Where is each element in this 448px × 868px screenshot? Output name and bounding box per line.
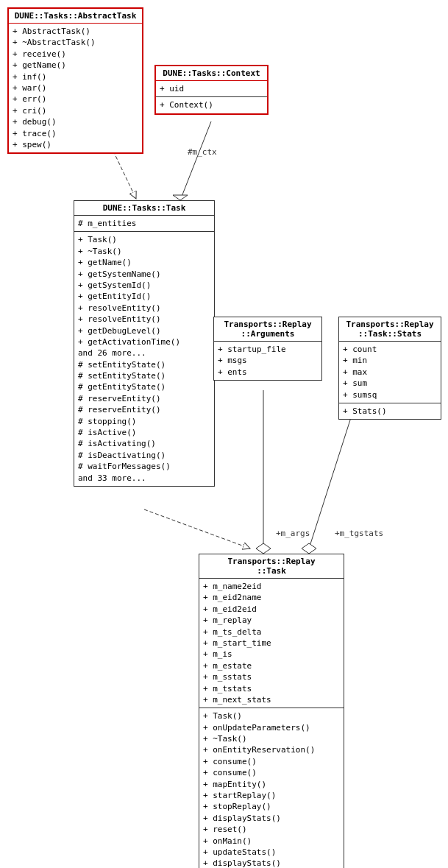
replay-arguments-title: Transports::Replay::Arguments bbox=[214, 317, 321, 342]
svg-line-3 bbox=[144, 509, 250, 548]
task-methods: + Task() + ~Task() + getName() + getSyst… bbox=[74, 232, 214, 486]
abstract-task-title: DUNE::Tasks::AbstractTask bbox=[9, 9, 142, 24]
replay-arguments-fields: + startup_file + msgs + ents bbox=[214, 342, 321, 380]
task-fields: # m_entities bbox=[74, 216, 214, 232]
replay-task-title: Transports::Replay::Task bbox=[199, 554, 344, 579]
abstract-task-methods: + AbstractTask() + ~AbstractTask() + rec… bbox=[9, 24, 142, 152]
context-title: DUNE::Tasks::Context bbox=[156, 66, 267, 81]
replay-stats-methods: + Stats() bbox=[339, 403, 441, 419]
context-uid: + uid bbox=[156, 81, 267, 97]
svg-marker-5 bbox=[256, 543, 271, 554]
context-constructor: + Context() bbox=[156, 97, 267, 113]
m-tgstats-label: +m_tgstats bbox=[335, 529, 383, 538]
replay-stats-fields: + count + min + max + sum + sumsq bbox=[339, 342, 441, 403]
replay-task-fields: + m_name2eid + m_eid2name + m_eid2eid + … bbox=[199, 579, 344, 708]
replay-task-methods: + Task() + onUpdateParameters() + ~Task(… bbox=[199, 708, 344, 868]
abstract-task-box: DUNE::Tasks::AbstractTask + AbstractTask… bbox=[7, 7, 143, 154]
replay-stats-title: Transports::Replay::Task::Stats bbox=[339, 317, 441, 342]
m-ctx-label: #m_ctx bbox=[188, 147, 217, 157]
svg-marker-2 bbox=[173, 195, 188, 200]
task-box: DUNE::Tasks::Task # m_entities + Task() … bbox=[74, 200, 215, 487]
context-box: DUNE::Tasks::Context + uid + Context() bbox=[154, 65, 269, 115]
svg-line-1 bbox=[180, 121, 211, 200]
task-title: DUNE::Tasks::Task bbox=[74, 201, 214, 216]
replay-stats-box: Transports::Replay::Task::Stats + count … bbox=[338, 317, 441, 420]
uml-diagram: DUNE::Tasks::AbstractTask + AbstractTask… bbox=[0, 0, 448, 868]
svg-line-6 bbox=[309, 411, 353, 548]
replay-arguments-box: Transports::Replay::Arguments + startup_… bbox=[213, 317, 322, 381]
svg-marker-7 bbox=[302, 543, 316, 554]
replay-task-box: Transports::Replay::Task + m_name2eid + … bbox=[199, 554, 344, 868]
m-args-label: +m_args bbox=[276, 529, 310, 538]
